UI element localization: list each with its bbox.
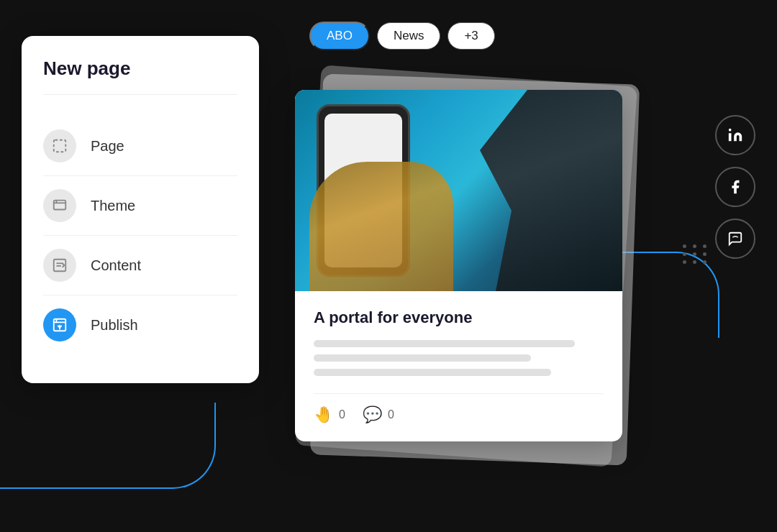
chat-icon — [727, 231, 743, 247]
dot — [703, 252, 706, 256]
dot — [683, 244, 686, 248]
step-theme-label: Theme — [91, 198, 135, 214]
svg-rect-11 — [729, 133, 732, 141]
likes-reaction: 🤚 0 — [314, 405, 345, 424]
wizard-card: New page Page Theme — [22, 36, 259, 383]
content-lines — [314, 340, 604, 376]
step-page-label: Page — [91, 138, 124, 155]
step-theme[interactable]: Theme — [43, 176, 237, 236]
tag-abo[interactable]: ABO — [309, 22, 370, 50]
content-line-2 — [314, 354, 531, 362]
comments-reaction: 💬 0 — [363, 405, 394, 424]
card-footer: 🤚 0 💬 0 — [314, 393, 604, 424]
publish-icon — [52, 317, 68, 333]
wave-icon: 🤚 — [314, 405, 333, 424]
linkedin-icon — [727, 127, 743, 143]
comments-count: 0 — [388, 408, 394, 421]
step-content[interactable]: Content — [43, 236, 237, 295]
step-publish-label: Publish — [91, 317, 138, 334]
theme-icon — [52, 198, 68, 214]
likes-count: 0 — [339, 408, 345, 421]
card-image — [295, 90, 622, 291]
step-page[interactable]: Page — [43, 116, 237, 176]
step-content-icon — [43, 249, 76, 282]
card-title: A portal for everyone — [314, 308, 604, 327]
content-icon — [52, 257, 68, 273]
dot — [693, 260, 696, 264]
svg-point-12 — [729, 129, 732, 132]
tags-row: ABO News +3 — [309, 22, 495, 50]
dot — [683, 252, 686, 256]
dot — [693, 252, 696, 256]
content-line-3 — [314, 369, 551, 376]
svg-rect-0 — [54, 140, 66, 152]
hand-overlay — [309, 162, 453, 291]
wizard-steps: Page Theme Cont — [43, 116, 237, 354]
facebook-icon-button[interactable] — [715, 167, 755, 207]
content-line-1 — [314, 340, 575, 347]
dot — [703, 260, 706, 264]
dot-pattern — [683, 244, 709, 264]
comment-icon: 💬 — [363, 405, 382, 424]
content-card: A portal for everyone 🤚 0 💬 0 — [295, 90, 622, 441]
facebook-icon — [727, 179, 743, 195]
tag-news[interactable]: News — [377, 22, 441, 50]
chat-icon-button[interactable] — [715, 219, 755, 259]
step-publish-icon — [43, 308, 76, 341]
dot — [683, 260, 686, 264]
step-page-icon — [43, 129, 76, 162]
tag-more[interactable]: +3 — [447, 22, 494, 50]
dot — [703, 244, 706, 248]
cards-stack: A portal for everyone 🤚 0 💬 0 — [281, 72, 640, 496]
person-silhouette — [464, 90, 622, 291]
dot — [693, 244, 696, 248]
svg-rect-1 — [54, 201, 66, 210]
step-theme-icon — [43, 189, 76, 222]
linkedin-icon-button[interactable] — [715, 115, 755, 155]
card-body: A portal for everyone 🤚 0 💬 0 — [295, 291, 622, 441]
page-icon — [52, 138, 68, 154]
curve-decoration-left — [0, 403, 216, 489]
step-content-label: Content — [91, 257, 141, 274]
step-publish[interactable]: Publish — [43, 295, 237, 354]
wizard-title: New page — [43, 58, 237, 95]
social-icons — [715, 115, 755, 259]
